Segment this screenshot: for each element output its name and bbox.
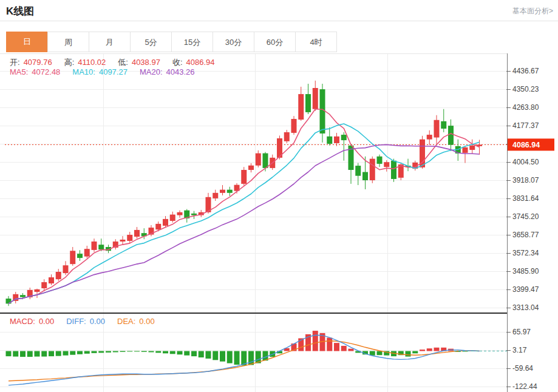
price-tick-label: 4436.67 (512, 67, 539, 75)
macd-bar (134, 351, 140, 352)
candle (463, 147, 468, 153)
candle (362, 172, 368, 180)
macd-bar (98, 351, 104, 353)
macd-bar (341, 346, 347, 351)
candle (220, 190, 225, 193)
candle (370, 159, 375, 180)
macd-bar (177, 351, 183, 355)
macd-tick-label: -122.44 (512, 382, 537, 391)
macd-bar (127, 351, 132, 352)
macd-bar (184, 351, 189, 356)
candle (291, 119, 297, 133)
price-tick-label: 3745.20 (512, 212, 539, 221)
ma-lines-layer (9, 109, 480, 304)
candle (305, 94, 311, 112)
macd-bar (41, 351, 47, 357)
candle (241, 170, 247, 184)
grid-layer (0, 53, 507, 392)
candle (213, 193, 218, 198)
candle (391, 161, 396, 179)
price-tick-label: 4177.37 (512, 121, 539, 130)
macd-bar (170, 351, 175, 354)
candle (35, 289, 40, 292)
candle (41, 282, 47, 288)
macd-bar (141, 351, 147, 352)
price-tick-label: 3399.47 (512, 285, 539, 294)
macd-bar (13, 351, 18, 357)
macd-tick-label: -59.64 (512, 364, 533, 373)
macd-bar (412, 351, 418, 354)
candlestick-layer (5, 81, 507, 306)
kline-chart-area: 4436.674350.234263.804177.374004.503918.… (0, 0, 558, 392)
candle (355, 166, 361, 176)
macd-bar (334, 343, 339, 351)
candle (191, 214, 197, 215)
candle (177, 212, 183, 215)
candle (98, 245, 104, 249)
macd-bar (220, 351, 225, 362)
price-tick-label: 3831.64 (512, 194, 539, 203)
candle (227, 190, 233, 193)
macd-bar (35, 351, 40, 357)
macd-bar (120, 351, 126, 352)
macd-bar (84, 351, 90, 354)
macd-bar (113, 351, 118, 353)
candle (20, 295, 26, 297)
macd-bar (27, 351, 33, 357)
candle (327, 137, 332, 144)
candle (377, 157, 383, 164)
price-tick-label: 3658.77 (512, 231, 539, 239)
macd-bar (163, 351, 168, 354)
macd-bar (63, 351, 69, 356)
macd-bar (406, 351, 411, 357)
kline-chart[interactable]: 4436.674350.234263.804177.374004.503918.… (0, 0, 558, 392)
candle (298, 94, 304, 120)
candle (256, 154, 261, 166)
macd-tick-label: 3.17 (512, 346, 527, 354)
price-tick-label: 3485.90 (512, 267, 539, 275)
candle (134, 230, 140, 237)
candle (469, 146, 475, 150)
candle (77, 254, 83, 258)
candle (263, 154, 268, 168)
candle (248, 166, 254, 170)
candle (284, 132, 290, 141)
price-tick-label: 4004.50 (512, 158, 539, 166)
candle (155, 224, 161, 229)
macd-bar (427, 348, 432, 351)
macd-bar (56, 351, 61, 356)
candle (56, 272, 61, 279)
candle (63, 265, 69, 273)
macd-bar (420, 350, 425, 351)
price-tick-label: 4350.23 (512, 85, 539, 93)
candle (92, 242, 97, 250)
candle (84, 249, 90, 256)
candle (434, 120, 440, 138)
macd-bar (206, 351, 211, 359)
price-tick-label: 3572.34 (512, 249, 539, 257)
candle (320, 89, 325, 133)
macd-tick-label: 65.97 (512, 328, 531, 336)
macd-bar (92, 351, 97, 353)
candle (441, 121, 446, 129)
macd-bar (191, 351, 197, 357)
candle (120, 240, 126, 242)
macd-bar (70, 351, 75, 355)
macd-bar (377, 351, 383, 356)
price-tick-label: 4263.80 (512, 103, 539, 112)
macd-bar (6, 351, 12, 357)
axis-layer: 4436.674350.234263.804177.374004.503918.… (0, 53, 554, 392)
ma10-line (9, 124, 480, 303)
candle (70, 251, 75, 264)
macd-bar (199, 351, 204, 358)
macd-bar (227, 351, 233, 363)
macd-bar (20, 351, 26, 357)
macd-layer (6, 331, 508, 385)
candle (127, 235, 132, 241)
macd-bar (313, 331, 318, 351)
macd-bar (149, 351, 154, 353)
candle (334, 137, 339, 143)
macd-bar (155, 351, 161, 353)
candle (313, 88, 318, 109)
macd-bar (327, 338, 332, 351)
